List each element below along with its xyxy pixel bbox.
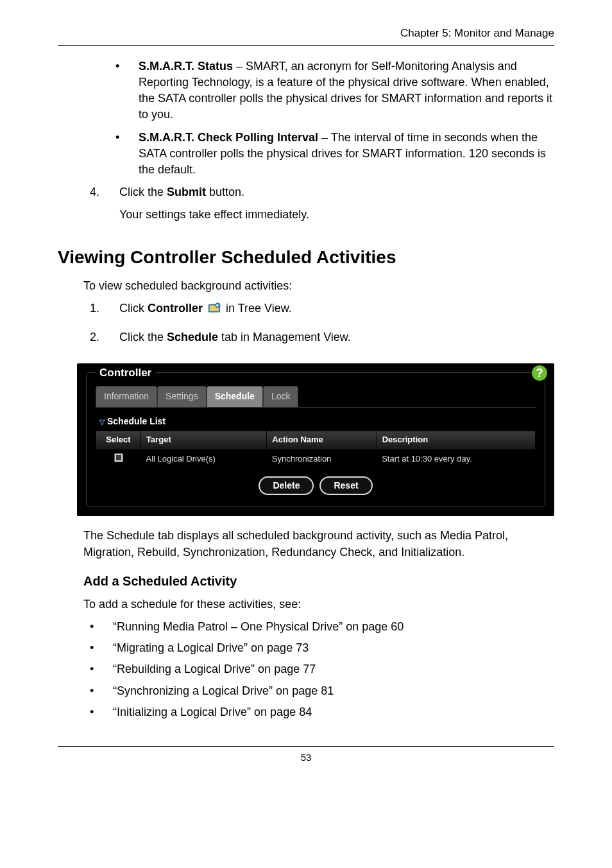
cell-target: All Logical Drive(s)	[141, 449, 267, 469]
after-panel-text: The Schedule tab displays all scheduled …	[83, 528, 554, 560]
col-action: Action Name	[267, 431, 377, 449]
ref-initializing: “Initializing a Logical Drive” on page 8…	[90, 704, 554, 720]
col-select: Select	[96, 431, 141, 449]
step1-a: Click	[119, 302, 148, 315]
table-row: All Logical Drive(s) Synchronization Sta…	[96, 449, 536, 469]
term-smart-interval: S.M.A.R.T. Check Polling Interval	[139, 131, 318, 144]
step-2: 2. Click the Schedule tab in Management …	[83, 329, 554, 352]
term-smart-status: S.M.A.R.T. Status	[139, 60, 233, 73]
help-icon[interactable]: ?	[532, 365, 547, 381]
ref-media-patrol: “Running Media Patrol – One Physical Dri…	[90, 619, 554, 635]
controller-icon	[207, 302, 221, 316]
panel-title: Controller	[96, 365, 155, 381]
col-target: Target	[141, 431, 267, 449]
step-number: 1.	[90, 300, 103, 323]
row-checkbox[interactable]	[114, 453, 123, 462]
cell-description: Start at 10:30 every day.	[377, 449, 535, 469]
schedule-list-title: ▽Schedule List	[99, 415, 536, 428]
step1-b: Controller	[148, 302, 206, 315]
step-number: 4.	[90, 184, 103, 229]
step4-bold: Submit	[167, 186, 206, 198]
bullet-smart-interval: S.M.A.R.T. Check Polling Interval – The …	[115, 130, 554, 178]
col-description: Description	[377, 431, 535, 449]
tab-schedule[interactable]: Schedule	[207, 386, 263, 407]
step4-text-a: Click the	[119, 186, 167, 198]
delete-button[interactable]: Delete	[259, 476, 314, 496]
step4-line2: Your settings take effect immediately.	[119, 207, 554, 223]
cell-action: Synchronization	[267, 449, 377, 469]
tab-information[interactable]: Information	[96, 386, 157, 407]
step4-text-c: button.	[206, 186, 244, 198]
reset-button[interactable]: Reset	[319, 476, 372, 496]
page-number: 53	[58, 746, 554, 764]
chapter-header: Chapter 5: Monitor and Manage	[58, 26, 554, 46]
ref-migrating: “Migrating a Logical Drive” on page 73	[90, 640, 554, 656]
tab-bar: Information Settings Schedule Lock	[96, 386, 536, 408]
intro-text: To view scheduled background activities:	[83, 278, 554, 294]
step-1: 1. Click Controller in Tree View.	[83, 300, 554, 323]
section-heading: Viewing Controller Scheduled Activities	[58, 245, 554, 270]
step2-a: Click the	[119, 331, 167, 343]
schedule-table: Select Target Action Name Description Al…	[96, 430, 536, 468]
step-number: 2.	[90, 329, 103, 352]
tab-settings[interactable]: Settings	[157, 386, 207, 407]
ref-rebuilding: “Rebuilding a Logical Drive” on page 77	[90, 661, 554, 677]
tab-lock[interactable]: Lock	[263, 386, 299, 407]
step2-b: Schedule	[167, 331, 218, 343]
bullet-smart-status: S.M.A.R.T. Status – SMART, an acronym fo…	[115, 58, 554, 123]
add-intro: To add a schedule for these activities, …	[83, 596, 554, 612]
schedule-list-label: Schedule List	[107, 416, 166, 426]
chevron-down-icon: ▽	[99, 417, 105, 427]
step2-c: tab in Management View.	[218, 331, 351, 343]
controller-panel-screenshot: Controller ? Information Settings Schedu…	[77, 363, 554, 516]
ref-synchronizing: “Synchronizing a Logical Drive” on page …	[90, 683, 554, 699]
step1-c: in Tree View.	[223, 302, 292, 315]
step-4: 4. Click the Submit button. Your setting…	[83, 184, 554, 229]
subsection-heading: Add a Scheduled Activity	[83, 572, 554, 590]
